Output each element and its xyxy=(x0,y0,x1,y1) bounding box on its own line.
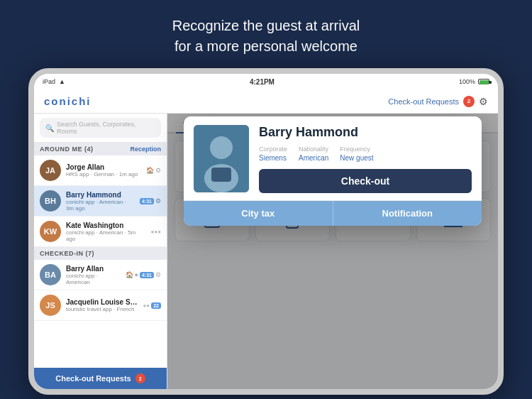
avatar-barry-hammond: BH xyxy=(40,190,61,212)
app-tagline: Recognize the guest at arrival for a mor… xyxy=(172,16,360,57)
svg-rect-33 xyxy=(211,168,231,182)
battery-label: 100% xyxy=(459,78,475,85)
modal-field-frequency: Frequency New guest xyxy=(340,146,373,162)
status-time: 4:21PM xyxy=(250,78,275,86)
barry-allan-tags: 🏠 ● 4:31 ⚙ xyxy=(126,271,161,278)
search-icon: 🔍 xyxy=(45,124,54,132)
checked-in-header: CHECKED-IN (7) xyxy=(34,247,167,260)
guest-meta-jorge: HRS app · German · 1m ago xyxy=(66,171,141,177)
avatar-kate: KW xyxy=(40,221,61,242)
guest-meta-barry-hammond: conichi app · American · 3m ago xyxy=(66,199,135,212)
modal-fields: Corporate Siemens Nationality American F… xyxy=(259,146,472,162)
search-placeholder: Search Guests, Corporates, Rooms xyxy=(57,121,155,135)
city-tax-button[interactable]: City tax xyxy=(184,201,333,226)
reception-label: Reception xyxy=(130,146,161,153)
modal-card: Barry Hammond Corporate Siemens National… xyxy=(184,116,482,226)
sidebar-item-barry-hammond[interactable]: BH Barry Hammond conichi app · American … xyxy=(34,186,167,217)
status-bar: iPad ▲ 4:21PM 100% xyxy=(34,74,498,89)
guest-name-jacquelin: Jacquelin Louise Stanley xyxy=(66,298,138,306)
checkout-bottom-button[interactable]: Check-out Requests 2 xyxy=(34,368,167,389)
modal-top: Barry Hammond Corporate Siemens National… xyxy=(184,116,482,200)
frequency-value: New guest xyxy=(340,154,373,162)
svg-point-31 xyxy=(210,136,233,159)
sidebar-item-kate[interactable]: KW Kate Washington conichi app · America… xyxy=(34,217,167,247)
corporate-label: Corporate xyxy=(259,146,287,153)
checkout-main-button[interactable]: Check-out xyxy=(259,169,472,193)
checkout-btn-label: Check-out Requests xyxy=(55,374,131,383)
modal-actions: City tax Notification xyxy=(184,200,482,226)
notification-button[interactable]: Notification xyxy=(333,201,482,226)
barry-hammond-tags: 4:31 ⚙ xyxy=(140,197,161,204)
kate-icons: ●●● xyxy=(151,229,162,235)
nationality-label: Nationality xyxy=(299,146,328,153)
modal-overlay: Barry Hammond Corporate Siemens National… xyxy=(167,114,498,389)
settings-icon[interactable]: ⚙ xyxy=(479,96,488,107)
modal-field-corporate: Corporate Siemens xyxy=(259,146,287,162)
wifi-icon: ▲ xyxy=(59,78,65,85)
barry-allan-tag: 4:31 xyxy=(140,272,154,278)
device-label: iPad xyxy=(43,78,55,85)
avatar-jorge: JA xyxy=(40,160,61,181)
tablet-frame: iPad ▲ 4:21PM 100% conichi Check-out Req… xyxy=(28,68,504,395)
app-logo: conichi xyxy=(44,95,92,107)
around-me-label: AROUND ME (4) xyxy=(40,146,94,153)
app-body: 🔍 Search Guests, Corporates, Rooms AROUN… xyxy=(34,114,498,389)
search-box[interactable]: 🔍 Search Guests, Corporates, Rooms xyxy=(40,118,161,138)
corporate-value: Siemens xyxy=(259,154,287,162)
checked-in-label: CHECKED-IN (7) xyxy=(40,250,94,257)
search-container[interactable]: 🔍 Search Guests, Corporates, Rooms xyxy=(34,114,167,143)
checkout-btn-badge: 2 xyxy=(135,373,145,383)
guest-meta-kate: conichi app · American · 5m ago xyxy=(66,229,146,242)
guest-meta-jacquelin: touristic travel app · French xyxy=(66,306,138,312)
sidebar-item-jacquelin[interactable]: JS Jacquelin Louise Stanley touristic tr… xyxy=(34,290,167,321)
guest-name-jorge: Jorge Allan xyxy=(66,163,141,171)
modal-field-nationality: Nationality American xyxy=(299,146,328,162)
checkout-requests-badge: 2 xyxy=(463,96,475,107)
app-header: conichi Check-out Requests 2 ⚙ xyxy=(34,89,498,114)
guest-info-barry-allan: Barry Allan conichi app · American xyxy=(66,265,121,285)
guest-info-jacquelin: Jacquelin Louise Stanley touristic trave… xyxy=(66,298,138,312)
guest-meta-barry-allan: conichi app · American xyxy=(66,273,121,285)
modal-info: Barry Hammond Corporate Siemens National… xyxy=(259,125,472,193)
around-me-header: AROUND ME (4) Reception xyxy=(34,143,167,155)
guest-info-jorge: Jorge Allan HRS app · German · 1m ago xyxy=(66,163,141,177)
guest-info-barry-hammond: Barry Hammond conichi app · American · 3… xyxy=(66,191,135,212)
guest-info-kate: Kate Washington conichi app · American ·… xyxy=(66,222,146,242)
jacquelin-tag: 22 xyxy=(151,302,161,309)
jacquelin-tags: ●● 22 xyxy=(143,302,161,309)
avatar-jacquelin: JS xyxy=(40,295,61,316)
main-panel: GUEST PREFERENCES FOOD & DRINKS OTHER RE… xyxy=(167,114,498,389)
tagline-line2: for a more personal welcome xyxy=(172,36,360,57)
guest-name-barry-allan: Barry Allan xyxy=(66,265,121,273)
tagline-line1: Recognize the guest at arrival xyxy=(172,16,360,36)
barry-hammond-tag: 4:31 xyxy=(140,198,154,204)
sidebar-item-jorge[interactable]: JA Jorge Allan HRS app · German · 1m ago… xyxy=(34,155,167,186)
checkout-requests-label[interactable]: Check-out Requests xyxy=(388,97,459,106)
guest-photo xyxy=(194,125,249,192)
statusbar-left: iPad ▲ xyxy=(43,78,65,85)
guest-name-barry-hammond: Barry Hammond xyxy=(66,191,135,199)
sidebar-item-barry-allan[interactable]: BA Barry Allan conichi app · American 🏠 … xyxy=(34,260,167,290)
sidebar: 🔍 Search Guests, Corporates, Rooms AROUN… xyxy=(34,114,167,389)
nationality-value: American xyxy=(299,154,328,162)
guest-name-kate: Kate Washington xyxy=(66,222,146,229)
jorge-icons: 🏠 ⚙ xyxy=(146,167,161,174)
statusbar-right: 100% xyxy=(459,78,489,85)
avatar-barry-allan: BA xyxy=(40,264,61,285)
frequency-label: Frequency xyxy=(340,146,373,153)
header-right: Check-out Requests 2 ⚙ xyxy=(388,96,488,107)
modal-guest-name: Barry Hammond xyxy=(259,125,472,140)
battery-icon xyxy=(478,79,489,84)
